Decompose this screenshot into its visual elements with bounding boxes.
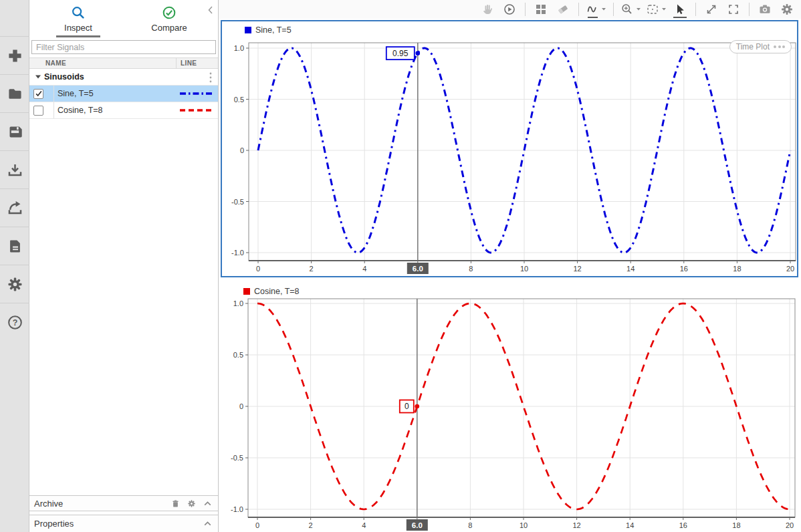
archive-section-header[interactable]: Archive <box>29 495 218 511</box>
svg-text:2: 2 <box>309 521 313 529</box>
cursor-time-badge[interactable]: 6.0 <box>407 263 429 274</box>
collapse-panel-chevron-left-icon[interactable] <box>207 5 215 15</box>
replay-button[interactable] <box>501 1 518 18</box>
filter-signals-input[interactable] <box>31 40 216 54</box>
panel-tabs: Inspect Compare <box>29 0 218 37</box>
checkbox-cell <box>29 102 54 118</box>
help-icon: ? <box>7 314 23 331</box>
signal-row-sine[interactable]: Sine, T=5 <box>29 86 218 102</box>
plot-canvas[interactable]: 02481012141618201.00.50-0.5-1.00.956.0 <box>222 21 797 276</box>
svg-text:0.5: 0.5 <box>233 351 243 359</box>
tab-inspect[interactable]: Inspect <box>41 0 115 37</box>
svg-text:2: 2 <box>310 265 314 273</box>
svg-text:10: 10 <box>520 265 528 273</box>
pan-hand-button[interactable] <box>479 1 496 18</box>
plot-background <box>248 299 795 517</box>
svg-text:6.0: 6.0 <box>412 521 423 529</box>
time-plot-menu-button[interactable]: Time Plot <box>729 40 792 53</box>
legend-label: Sine, T=5 <box>255 25 292 35</box>
fullscreen-button[interactable] <box>725 1 742 18</box>
open-button[interactable] <box>0 74 29 112</box>
tab-compare-label: Compare <box>151 23 187 33</box>
save-button[interactable] <box>0 112 29 150</box>
svg-text:8: 8 <box>469 265 473 273</box>
collapse-up-chevron-icon[interactable] <box>203 519 213 529</box>
check-icon <box>35 90 43 98</box>
svg-text:6.0: 6.0 <box>413 265 423 273</box>
svg-text:4: 4 <box>362 265 366 273</box>
svg-text:0: 0 <box>239 402 243 410</box>
clear-plots-button[interactable] <box>554 1 572 18</box>
expand-triangle-icon[interactable] <box>35 74 41 80</box>
folder-icon <box>7 86 23 102</box>
subplot-layout-button[interactable] <box>532 1 550 18</box>
cursor-time-badge[interactable]: 6.0 <box>407 519 428 531</box>
svg-text:20: 20 <box>786 265 794 273</box>
plot-canvas[interactable]: 02481012141618201.00.50-0.5-1.006.0 <box>221 284 798 532</box>
archive-label: Archive <box>34 499 170 509</box>
line-style-cell[interactable] <box>176 102 218 118</box>
svg-text:18: 18 <box>732 521 740 529</box>
cursor-marker <box>415 404 420 409</box>
svg-text:1.0: 1.0 <box>233 299 243 307</box>
import-button[interactable] <box>0 150 29 188</box>
svg-text:8: 8 <box>468 521 472 529</box>
toolbar-separator <box>695 3 696 16</box>
svg-text:12: 12 <box>572 521 580 529</box>
data-cursors-button[interactable] <box>586 1 606 18</box>
help-button[interactable]: ? <box>0 303 29 341</box>
plot-background <box>249 43 796 261</box>
signal-checkbox[interactable] <box>33 89 43 99</box>
time-plot-cosine[interactable]: Cosine, T=8 02481012141618201.00.50-0.5-… <box>221 284 798 532</box>
line-style-cell[interactable] <box>176 86 218 102</box>
gear-icon[interactable] <box>187 499 197 509</box>
create-report-button[interactable] <box>0 227 29 265</box>
plot-settings-button[interactable] <box>778 1 796 18</box>
tab-compare[interactable]: Compare <box>132 0 206 37</box>
camera-icon <box>758 3 772 16</box>
signal-group-row[interactable]: Sinusoids <box>29 69 218 86</box>
svg-text:-1.0: -1.0 <box>231 505 243 513</box>
svg-text:0: 0 <box>405 402 409 411</box>
svg-text:-0.5: -0.5 <box>231 454 243 462</box>
svg-text:14: 14 <box>626 521 634 529</box>
trash-icon[interactable] <box>170 499 181 509</box>
legend-swatch <box>243 288 250 295</box>
export-button[interactable] <box>0 188 29 227</box>
row-menu-dots-icon[interactable] <box>209 72 213 84</box>
save-icon <box>7 124 23 140</box>
toolbar-separator <box>749 3 750 16</box>
zoom-in-button[interactable] <box>620 1 641 18</box>
line-style-sample <box>179 108 215 112</box>
import-icon <box>7 162 23 178</box>
plot-legend: Cosine, T=8 <box>243 287 300 296</box>
properties-section-header[interactable]: Properties <box>29 515 218 532</box>
toolbar-spacer <box>0 0 29 36</box>
toolbar-separator <box>613 3 614 16</box>
fit-to-view-button[interactable] <box>646 1 667 18</box>
time-plot-sine[interactable]: Sine, T=5 Time Plot 02481012141618201.00… <box>221 20 798 277</box>
cursor-value-box: 0 <box>400 400 414 413</box>
fullscreen-brackets-icon <box>727 3 740 16</box>
dropdown-caret-icon <box>636 7 641 11</box>
collapse-up-chevron-icon[interactable] <box>203 499 213 509</box>
preferences-button[interactable] <box>0 265 29 303</box>
svg-text:1.0: 1.0 <box>234 44 244 52</box>
properties-icons <box>203 519 213 529</box>
svg-text:14: 14 <box>626 265 635 273</box>
svg-text:-1.0: -1.0 <box>231 249 244 257</box>
tab-inspect-label: Inspect <box>64 23 92 33</box>
cursor-arrow-icon <box>673 3 687 16</box>
gear-icon <box>7 276 23 293</box>
gear-icon <box>780 3 794 16</box>
toolbar-separator <box>525 3 526 16</box>
signal-checkbox[interactable] <box>33 106 43 116</box>
snapshot-button[interactable] <box>756 1 774 18</box>
expand-button[interactable] <box>703 1 720 18</box>
eraser-icon <box>556 3 570 16</box>
signal-row-cosine[interactable]: Cosine, T=8 <box>29 102 218 119</box>
add-button[interactable] <box>0 36 29 74</box>
svg-text:10: 10 <box>520 521 528 529</box>
expand-arrows-icon <box>705 3 718 16</box>
pointer-button[interactable] <box>671 1 689 18</box>
